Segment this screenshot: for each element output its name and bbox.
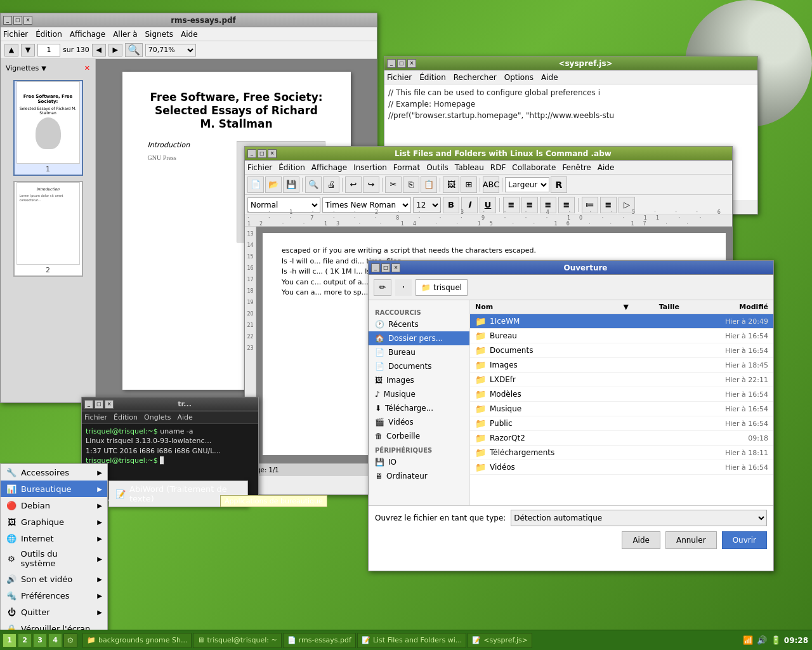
fm-col-taille[interactable]: Taille [629, 303, 679, 311]
abi-menu-format[interactable]: Format [393, 163, 420, 172]
abi-close[interactable]: × [268, 149, 277, 158]
pdf-nav-down[interactable]: ▼ [21, 44, 35, 56]
te-menu-options[interactable]: Options [504, 73, 534, 82]
menu-quitter[interactable]: ⏻ Quitter ▶ [1, 604, 107, 620]
te-controls[interactable]: _ □ × [387, 59, 416, 68]
abi-menu-rdf[interactable]: RDF [490, 163, 506, 172]
pdf-prev[interactable]: ◀ [92, 44, 106, 56]
te-minimize[interactable]: _ [387, 59, 396, 68]
abi-redo[interactable]: ↪ [363, 176, 379, 193]
fm-row-razorqt2[interactable]: 📁 RazorQt2 09:18 [470, 431, 773, 446]
fm-row-musique[interactable]: 📁 Musique Hier à 16:54 [470, 402, 773, 416]
workspace-4[interactable]: 4 [48, 633, 62, 647]
fm-annuler-btn[interactable]: Annuler [665, 531, 717, 549]
fm-type-select[interactable]: Détection automatique [511, 510, 767, 526]
pdf-thumb-2[interactable]: Introduction Lorem ipsum dolor sit amet … [13, 181, 83, 277]
pdf-menu-aide[interactable]: Aide [181, 30, 198, 39]
tray-network-icon[interactable]: 📶 [742, 635, 754, 646]
fm-ordinateur[interactable]: 🖥 Ordinateur [369, 469, 469, 483]
te-menu-edition[interactable]: Édition [419, 73, 446, 82]
term-menu-onglets[interactable]: Onglets [144, 413, 171, 421]
abi-menu-collaborate[interactable]: Collaborate [512, 163, 556, 172]
pdf-close[interactable]: × [23, 16, 32, 25]
fm-close[interactable]: × [391, 263, 400, 272]
fm-home[interactable]: 🏠 Dossier pers... [369, 331, 469, 345]
pdf-menu-affichage[interactable]: Affichage [70, 30, 105, 39]
tray-power-icon[interactable]: 🔋 [770, 635, 782, 646]
menu-accessoires[interactable]: 🔧 Accessoires ▶ [1, 464, 107, 481]
taskbar-app-terminal[interactable]: 🖥 trisquel@trisquel: ~ [193, 633, 281, 648]
fm-controls[interactable]: _ □ × [371, 263, 400, 272]
workspace-1[interactable]: 1 [3, 633, 16, 647]
taskbar-util-btn[interactable]: ⚙ [63, 633, 77, 647]
abi-menu-edition[interactable]: Édition [278, 163, 305, 172]
term-menu-fichier[interactable]: Fichier [84, 413, 107, 421]
abi-print-preview[interactable]: 🔍 [305, 176, 322, 193]
pdf-nav-up[interactable]: ▲ [4, 44, 18, 56]
pdf-minimize[interactable]: _ [3, 16, 12, 25]
fm-io[interactable]: 💾 IO [369, 455, 469, 469]
pdf-page-input[interactable] [37, 44, 60, 56]
fm-videos[interactable]: 🎬 Vidéos [369, 415, 469, 429]
abi-open[interactable]: 📂 [265, 176, 282, 193]
fm-maximize[interactable]: □ [381, 263, 390, 272]
pdf-menu-aller[interactable]: Aller à [113, 30, 137, 39]
abi-menu-aide[interactable]: Aide [598, 163, 615, 172]
abi-spell[interactable]: ABC [483, 176, 499, 193]
term-maximize[interactable]: □ [95, 400, 103, 409]
abi-undo[interactable]: ↩ [345, 176, 362, 193]
pdf-next[interactable]: ▶ [108, 44, 122, 56]
te-close[interactable]: × [407, 59, 416, 68]
fm-minimize[interactable]: _ [371, 263, 380, 272]
taskbar-app-abiword[interactable]: 📝 List Files and Folders wi... [357, 633, 466, 648]
abi-cut[interactable]: ✂ [385, 176, 402, 193]
abi-save[interactable]: 💾 [283, 176, 299, 193]
abi-maximize[interactable]: □ [258, 149, 266, 158]
abi-paste[interactable]: 📋 [421, 176, 437, 193]
pdf-menu-edition[interactable]: Édition [36, 30, 62, 39]
tray-sound-icon[interactable]: 🔊 [756, 635, 768, 646]
vignettes-toggle[interactable]: ▼ [41, 65, 46, 72]
fm-ouvrir-btn[interactable]: Ouvrir [722, 531, 767, 549]
pdf-maximize[interactable]: □ [13, 16, 22, 25]
fm-aide-btn[interactable]: Aide [622, 531, 660, 549]
fm-row-modeles[interactable]: 📁 Modèles Hier à 16:54 [470, 387, 773, 402]
pdf-controls[interactable]: _ □ × [3, 16, 32, 25]
fm-corbeille[interactable]: 🗑 Corbeille [369, 429, 469, 443]
fm-row-lxdefr[interactable]: 📁 LXDEfr Hier à 22:11 [470, 373, 773, 387]
menu-preferences[interactable]: 🔩 Préférences ▶ [1, 587, 107, 604]
abi-copy[interactable]: ⎘ [403, 176, 419, 193]
workspace-2[interactable]: 2 [18, 633, 32, 647]
te-menu-rechercher[interactable]: Rechercher [454, 73, 497, 82]
abi-width-select[interactable]: Largeur [505, 177, 549, 192]
menu-son-video[interactable]: 🔊 Son et vidéo ▶ [1, 571, 107, 587]
fm-row-icewm[interactable]: 📁 1IceWM Hier à 20:49 [470, 314, 773, 329]
abi-minimize[interactable]: _ [247, 149, 256, 158]
term-close[interactable]: × [105, 400, 114, 409]
fm-row-images[interactable]: 📁 Images Hier à 18:45 [470, 358, 773, 373]
menu-bureautique[interactable]: 📊 Bureautique ▶ 📝 AbiWord (Traitement de… [1, 481, 107, 497]
menu-internet[interactable]: 🌐 Internet ▶ [1, 530, 107, 547]
abi-r-btn[interactable]: R [551, 176, 567, 193]
fm-images[interactable]: 🖼 Images [369, 373, 469, 387]
fm-documents[interactable]: 📄 Documents [369, 359, 469, 373]
abi-controls[interactable]: _ □ × [247, 149, 277, 158]
taskbar-app-backgrounds[interactable]: 📁 backgrounds gnome Sh... [82, 633, 192, 648]
menu-outils-systeme[interactable]: ⚙ Outils du système ▶ [1, 547, 107, 571]
fm-col-nom[interactable]: Nom [475, 303, 624, 311]
fm-back-btn[interactable]: ✏ [374, 279, 391, 296]
fm-row-public[interactable]: 📁 Public Hier à 16:54 [470, 416, 773, 431]
abi-menu-insertion[interactable]: Insertion [353, 163, 387, 172]
term-minimize[interactable]: _ [84, 400, 93, 409]
abi-table[interactable]: ⊞ [461, 176, 477, 193]
te-menu-aide[interactable]: Aide [541, 73, 558, 82]
term-menu-aide[interactable]: Aide [178, 413, 193, 421]
abi-print[interactable]: 🖨 [323, 176, 339, 193]
abi-menu-tableau[interactable]: Tableau [455, 163, 484, 172]
vignettes-close[interactable]: ✕ [84, 64, 90, 72]
abi-menu-outils[interactable]: Outils [426, 163, 449, 172]
menu-graphique[interactable]: 🖼 Graphique ▶ [1, 514, 107, 530]
workspace-3[interactable]: 3 [33, 633, 47, 647]
fm-bureau[interactable]: 📄 Bureau [369, 345, 469, 359]
pdf-thumb-1[interactable]: Free Software, Free Society: Selected Es… [13, 80, 83, 176]
